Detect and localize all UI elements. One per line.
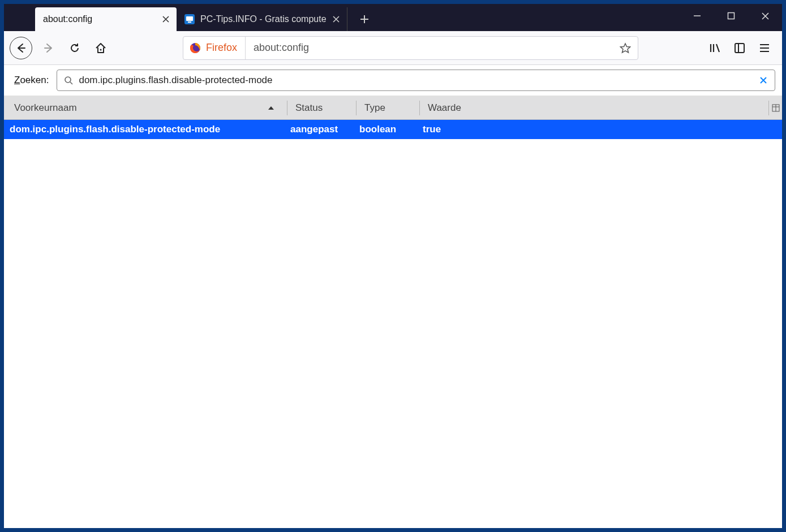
svg-point-4 — [100, 49, 102, 50]
url-bar[interactable]: Firefox — [183, 36, 638, 60]
sidebar-button[interactable] — [728, 36, 751, 60]
tab-about-config[interactable]: about:config — [35, 7, 177, 31]
search-icon — [64, 76, 73, 85]
svg-rect-6 — [735, 44, 744, 53]
pref-table-header: Voorkeurnaam Status Type Waarde — [4, 96, 782, 120]
browser-window: about:config PC-Tips.INFO - Gratis compu… — [3, 3, 783, 529]
library-button[interactable] — [703, 36, 727, 60]
tab-title: about:config — [43, 14, 156, 24]
window-controls — [680, 4, 782, 31]
new-tab-button[interactable] — [353, 7, 376, 31]
svg-rect-2 — [188, 21, 191, 23]
reload-button[interactable] — [63, 36, 87, 60]
identity-box[interactable]: Firefox — [189, 37, 246, 59]
search-label: Zoeken: — [14, 75, 49, 86]
column-header-type[interactable]: Type — [356, 101, 419, 115]
pref-name: dom.ipc.plugins.flash.disable-protected-… — [4, 124, 287, 135]
site-favicon-icon — [184, 14, 195, 24]
config-search-row: Zoeken: — [4, 65, 782, 96]
home-button[interactable] — [89, 36, 113, 60]
close-icon[interactable] — [160, 13, 172, 25]
search-input[interactable] — [79, 75, 757, 86]
column-header-status[interactable]: Status — [287, 101, 356, 115]
column-header-value[interactable]: Waarde — [419, 101, 768, 115]
close-icon[interactable] — [330, 13, 342, 25]
tab-pctips[interactable]: PC-Tips.INFO - Gratis compute — [177, 7, 347, 31]
pref-row[interactable]: dom.ipc.plugins.flash.disable-protected-… — [4, 120, 782, 139]
url-input[interactable] — [246, 37, 616, 59]
pref-status: aangepast — [287, 124, 356, 135]
bookmark-star-button[interactable] — [616, 39, 634, 57]
forward-button[interactable] — [37, 36, 61, 60]
svg-rect-1 — [186, 16, 193, 21]
svg-point-8 — [65, 77, 71, 83]
pref-type: boolean — [356, 124, 419, 135]
search-box[interactable] — [57, 70, 775, 91]
minimize-button[interactable] — [680, 4, 714, 28]
menu-button[interactable] — [753, 36, 776, 60]
maximize-button[interactable] — [714, 4, 748, 28]
identity-label: Firefox — [206, 42, 237, 54]
svg-line-9 — [70, 82, 72, 84]
column-header-name[interactable]: Voorkeurnaam — [4, 102, 287, 114]
svg-rect-3 — [728, 13, 735, 19]
back-button[interactable] — [10, 37, 32, 59]
column-picker-button[interactable] — [768, 101, 782, 115]
toolbar-right — [703, 36, 776, 60]
pref-value: true — [419, 124, 782, 135]
firefox-icon — [189, 42, 201, 54]
close-window-button[interactable] — [748, 4, 782, 28]
clear-search-button[interactable] — [757, 76, 770, 84]
tab-title: PC-Tips.INFO - Gratis compute — [200, 14, 327, 24]
sort-ascending-icon — [268, 105, 274, 111]
nav-toolbar: Firefox — [4, 31, 782, 65]
empty-content — [4, 139, 782, 528]
tab-strip: about:config PC-Tips.INFO - Gratis compu… — [4, 4, 782, 31]
